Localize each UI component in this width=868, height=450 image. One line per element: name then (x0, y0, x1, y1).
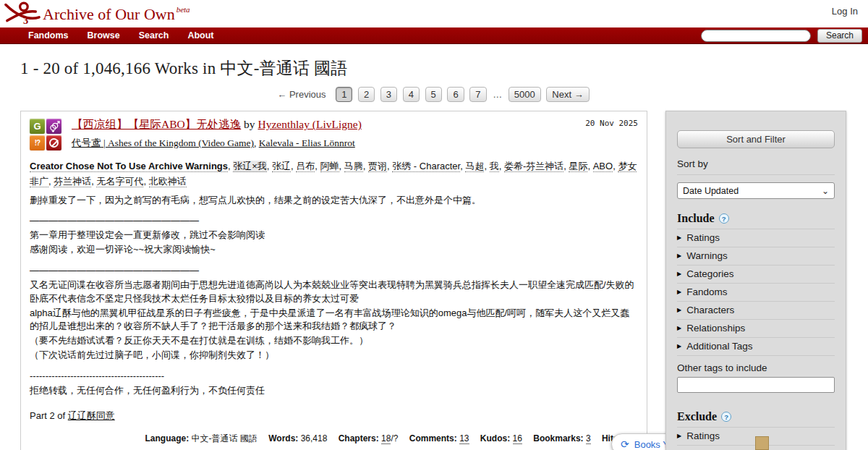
work-in-progress-icon (46, 135, 61, 150)
include-additional-tags[interactable]: ▶Additional Tags (677, 338, 835, 356)
site-header: 3 Archive of Our Own beta Log In (0, 0, 868, 27)
warning-choose-not-to-warn-icon: !? (30, 135, 45, 150)
tag-freeform[interactable]: 芬兰神话 (54, 176, 91, 187)
nav-about[interactable]: About (178, 30, 223, 41)
series-prefix: Part 2 of (30, 410, 65, 421)
circular-arrow-icon: ⟳ (621, 438, 629, 450)
stat-language-label: Language: (145, 433, 190, 443)
nav-search[interactable]: Search (129, 30, 179, 41)
pagination-ellipsis: … (493, 89, 502, 100)
expand-arrow-icon: ▶ (677, 307, 681, 313)
work-stats: Language: 中文-普通话 國語 Words: 36,418 Chapte… (30, 433, 638, 445)
rating-general-icon: G (30, 119, 45, 134)
pagination-page-5[interactable]: 5 (425, 87, 442, 102)
pagination-page-3[interactable]: 3 (380, 87, 397, 102)
include-relationships[interactable]: ▶Relationships (677, 320, 835, 338)
log-in-link[interactable]: Log In (832, 6, 858, 17)
expand-arrow-icon: ▶ (677, 325, 681, 331)
divider-text: ----------------------------------------… (30, 370, 638, 383)
pagination-page-2[interactable]: 2 (358, 87, 375, 102)
tag-character[interactable]: 娄希-芬兰神话 (504, 161, 563, 172)
include-characters[interactable]: ▶Characters (677, 302, 835, 320)
series-info: Part 2 of 辽辽酥同意 (30, 409, 638, 423)
tag-freeform[interactable]: 星际 (569, 161, 587, 172)
works-list: G !? 【西凉组】【星际 (20, 111, 647, 450)
chevron-down-icon: ⌄ (822, 187, 829, 195)
exclude-heading: Exclude ? (677, 410, 835, 428)
tag-character[interactable]: 贾诩 (368, 161, 387, 172)
work-summary: 删掉重发了一下，因为之前写的有毛病，想写点儿欢快的，结果之前的设定苦大仇深了，不… (30, 194, 638, 398)
tag-freeform[interactable]: 无名字可代 (96, 176, 143, 187)
help-icon[interactable]: ? (719, 213, 729, 224)
help-icon[interactable]: ? (721, 412, 731, 422)
pagination-page-1[interactable]: 1 (336, 87, 352, 102)
site-logo[interactable]: 3 Archive of Our Own beta (4, 1, 190, 28)
stat-comments-link[interactable]: 13 (459, 433, 469, 444)
tag-character[interactable]: 马腾 (344, 161, 363, 172)
other-tags-label: Other tags to include (677, 362, 835, 373)
page-title: 1 - 20 of 1,046,166 Works in 中文-普通话 國語 (20, 57, 848, 80)
required-tags-icons: G !? (30, 119, 61, 150)
expand-arrow-icon: ▶ (677, 343, 681, 349)
fandom-link[interactable]: 代号鸢 | Ashes of the Kingdom (Video Game) (72, 137, 254, 148)
svg-text:3: 3 (23, 14, 28, 25)
stat-bookmarks-link[interactable]: 3 (586, 433, 591, 444)
divider-text: —————————————————— (30, 214, 638, 228)
series-link[interactable]: 辽辽酥同意 (68, 410, 115, 421)
include-heading: Include ? (677, 212, 835, 229)
main-nav: Fandoms Browse Search About Search (0, 27, 868, 44)
pagination-next[interactable]: Next → (546, 87, 589, 102)
sort-select-value: Date Updated (683, 186, 739, 196)
expand-arrow-icon: ▶ (677, 252, 681, 259)
tag-relationship[interactable]: 张辽×我 (233, 161, 267, 172)
include-ratings[interactable]: ▶Ratings (677, 229, 835, 247)
include-warnings[interactable]: ▶Warnings (677, 247, 835, 266)
site-search-button[interactable]: Search (817, 29, 862, 43)
other-tags-input[interactable] (677, 377, 835, 393)
tag-character[interactable]: 吕布 (296, 161, 315, 172)
beta-badge: beta (176, 5, 190, 14)
divider-text: —————————————————— (30, 264, 638, 278)
tag-character[interactable]: 马超 (465, 161, 484, 172)
nav-fandoms[interactable]: Fandoms (19, 30, 78, 41)
tag-character[interactable]: 我 (490, 161, 499, 172)
pagination-previous: ← Previous (277, 89, 326, 100)
pagination-page-4[interactable]: 4 (403, 87, 420, 102)
tag-freeform[interactable]: ABO (593, 161, 613, 172)
stat-chapters-link[interactable]: 18 (381, 433, 391, 444)
pagination-page-last[interactable]: 5000 (509, 87, 541, 102)
tag-character[interactable]: 阿蝉 (320, 161, 339, 172)
stat-chapters-label: Chapters: (339, 433, 379, 443)
filters-sidebar: Sort and Filter Sort by Date Updated ⌄ I… (665, 111, 846, 450)
include-fandoms[interactable]: ▶Fandoms (677, 284, 835, 302)
work-tags: Creator Chose Not To Use Archive Warning… (30, 159, 638, 190)
stat-bookmarks-label: Bookmarks: (533, 433, 583, 443)
tag-freeform[interactable]: 北欧神话 (149, 176, 187, 187)
pagination-page-7[interactable]: 7 (469, 87, 486, 102)
sort-and-filter-button[interactable]: Sort and Filter (677, 130, 835, 148)
nav-browse[interactable]: Browse (78, 30, 129, 41)
clipped-ui-fragment (755, 436, 769, 450)
work-author-link[interactable]: Hyzenthlay (LivLigne) (258, 118, 361, 130)
tag-warning[interactable]: Creator Chose Not To Use Archive Warning… (30, 161, 228, 172)
stat-kudos-link[interactable]: 16 (513, 433, 522, 444)
stat-chapters-suffix: /? (391, 433, 398, 443)
stat-comments-label: Comments: (409, 433, 457, 443)
include-categories[interactable]: ▶Categories (677, 266, 835, 284)
sort-select[interactable]: Date Updated ⌄ (677, 182, 835, 199)
site-search-input[interactable] (701, 30, 811, 42)
work-blurb: G !? 【西凉组】【星际 (20, 111, 647, 450)
work-date: 20 Nov 2025 (585, 119, 638, 128)
site-title: Archive of Our Own (43, 5, 175, 24)
expand-arrow-icon: ▶ (677, 271, 681, 277)
stat-language-value: 中文-普通话 國語 (192, 433, 258, 443)
work-title-link[interactable]: 【西凉组】【星际ABO】无处逃逸 (72, 118, 241, 130)
ao3-logo-icon: 3 (4, 1, 41, 28)
pagination-page-6[interactable]: 6 (447, 87, 464, 102)
expand-arrow-icon: ▶ (677, 433, 681, 439)
tag-character[interactable]: 张绣 - Character (392, 161, 460, 172)
pagination: ← Previous 1 2 3 4 5 6 7 … 5000 Next → (0, 87, 868, 102)
expand-arrow-icon: ▶ (677, 289, 681, 295)
tag-character[interactable]: 张辽 (272, 161, 291, 172)
fandom-link[interactable]: Kalevala - Elias Lönnrot (259, 137, 355, 148)
